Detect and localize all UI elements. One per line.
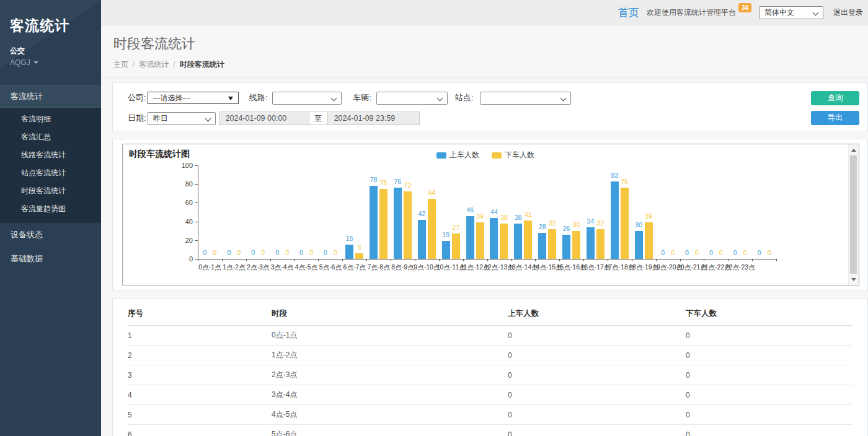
sidebar-item[interactable]: 时段客流统计 <box>0 182 101 200</box>
bar-上车人数 <box>466 216 474 259</box>
x-tick <box>198 259 198 261</box>
bar-value-label: 39 <box>645 212 652 220</box>
date-from-input[interactable]: 2024-01-09 00:00 <box>219 111 309 125</box>
table-header-row: 序号时段上车人数下车人数 <box>128 303 852 326</box>
table-header-cell: 上车人数 <box>508 303 686 326</box>
date-preset-select[interactable]: 昨日 <box>148 112 216 125</box>
bar-value-label: 44 <box>490 208 498 216</box>
table-row: 65点-6点00 <box>128 425 852 436</box>
bar-value-label: 0 <box>768 249 771 256</box>
bar-value-label: 0 <box>671 249 675 256</box>
bar-value-label: 0 <box>261 249 265 256</box>
bar-上车人数 <box>394 188 402 259</box>
date-range-separator: 至 <box>309 111 327 125</box>
line-select[interactable] <box>272 92 342 105</box>
bar-value-label: 0 <box>743 249 747 256</box>
x-tick <box>246 259 247 261</box>
bar-value-label: 64 <box>428 189 435 196</box>
scroll-up-icon[interactable] <box>849 145 859 155</box>
table-cell: 4 <box>128 385 272 405</box>
sidebar-item[interactable]: 客流汇总 <box>0 128 101 146</box>
sidebar-item[interactable]: 站点客流统计 <box>0 164 101 182</box>
bar-value-label: 30 <box>635 221 642 229</box>
bar-上车人数 <box>562 235 570 259</box>
sidebar-section-1[interactable]: 设备状态 <box>0 223 101 247</box>
page-header: 时段客流统计 主页/客流统计/时段客流统计 <box>101 25 868 77</box>
station-select[interactable] <box>480 92 571 105</box>
table-cell: 3 <box>128 365 272 385</box>
logout-link[interactable]: 退出登录 <box>833 7 863 18</box>
bar-value-label: 0 <box>309 249 313 256</box>
bar-value-label: 0 <box>251 249 255 256</box>
sidebar-item[interactable]: 客流量趋势图 <box>0 200 101 218</box>
export-button[interactable]: 导出 <box>811 111 859 125</box>
company-select[interactable]: ---请选择--- <box>148 92 239 104</box>
x-tick <box>535 259 536 261</box>
y-axis-line <box>198 165 198 259</box>
sidebar-item[interactable]: 客流明细 <box>0 110 101 128</box>
table-row: 10点-1点00 <box>128 326 852 346</box>
content: 公司: ---请选择--- 线路: 车辆: 站点: 日期: <box>101 77 868 436</box>
table-cell: 0 <box>508 405 686 425</box>
chart-legend: 上车人数下车人数 <box>123 150 848 160</box>
bar-value-label: 42 <box>418 210 425 217</box>
table-row: 43点-4点00 <box>128 385 852 405</box>
bar-上车人数 <box>538 233 546 259</box>
data-table: 序号时段上车人数下车人数 10点-1点0021点-2点0032点-3点0043点… <box>128 303 852 436</box>
chart-box: 时段车流统计图 上车人数下车人数 0204060801000点-1点1点-2点2… <box>122 144 859 286</box>
chart-plot: 0204060801000点-1点1点-2点2点-3点3点-4点4点-5点5点-… <box>198 165 776 259</box>
org-name: 公交 <box>10 46 91 56</box>
x-tick-label: 5点-6点 <box>319 263 342 272</box>
chart-panel: 时段车流统计图 上车人数下车人数 0204060801000点-1点1点-2点2… <box>112 139 868 290</box>
topbar: 首页 欢迎使用客流统计管理平台 34 简体中文 退出登录 <box>101 0 868 25</box>
bar-value-label: 0 <box>719 249 723 256</box>
legend-item[interactable]: 下车人数 <box>492 150 534 160</box>
breadcrumb-item[interactable]: 客流统计 <box>139 60 169 69</box>
sidebar-menu: 客流统计客流明细客流汇总线路客流统计站点客流统计时段客流统计客流量趋势图设备状态… <box>0 85 101 271</box>
table-cell: 0 <box>508 326 686 346</box>
language-select[interactable]: 简体中文 <box>759 6 823 19</box>
y-tick <box>195 203 198 203</box>
scrollbar-thumb[interactable] <box>850 155 857 274</box>
chart-scrollbar[interactable] <box>848 144 859 285</box>
vehicle-select[interactable] <box>376 92 448 105</box>
home-link[interactable]: 首页 <box>618 6 639 20</box>
bar-下车人数 <box>596 229 604 259</box>
bar-value-label: 0 <box>733 249 737 256</box>
notification-badge[interactable]: 34 <box>738 3 751 12</box>
query-button[interactable]: 查询 <box>811 91 859 105</box>
bar-value-label: 41 <box>525 211 532 218</box>
sidebar-item[interactable]: 线路客流统计 <box>0 146 101 164</box>
sidebar-section-0[interactable]: 客流统计 <box>0 85 101 108</box>
user-menu[interactable]: AQGJ <box>10 58 91 67</box>
table-cell: 5 <box>128 405 272 425</box>
date-to-input[interactable]: 2024-01-09 23:59 <box>327 111 420 125</box>
sidebar-submenu: 客流明细客流汇总线路客流统计站点客流统计时段客流统计客流量趋势图 <box>0 108 101 223</box>
bar-上车人数 <box>611 181 619 259</box>
sidebar-section-2[interactable]: 基础数据 <box>0 247 101 271</box>
bar-value-label: 15 <box>346 235 353 242</box>
bar-value-label: 0 <box>227 249 231 256</box>
x-tick <box>776 259 777 261</box>
line-label: 线路: <box>249 92 268 103</box>
x-tick-label: 2点-3点 <box>247 263 269 272</box>
table-cell: 0 <box>686 326 852 346</box>
table-row: 32点-3点00 <box>128 365 852 385</box>
user-name: AQGJ <box>10 58 30 67</box>
table-cell: 3点-4点 <box>272 385 508 405</box>
scroll-down-icon[interactable] <box>849 274 859 284</box>
bar-value-label: 72 <box>404 181 412 189</box>
x-tick <box>632 259 632 261</box>
bar-value-label: 0 <box>213 249 217 256</box>
x-tick <box>656 259 657 261</box>
breadcrumb-item[interactable]: 主页 <box>113 60 128 69</box>
x-tick <box>439 259 440 261</box>
bar-value-label: 38 <box>500 214 508 221</box>
y-tick <box>195 222 198 222</box>
bar-value-label: 34 <box>587 217 595 225</box>
bar-上车人数 <box>490 218 498 259</box>
table-cell: 6 <box>128 425 272 436</box>
legend-item[interactable]: 上车人数 <box>436 150 479 160</box>
bar-value-label: 78 <box>370 176 378 183</box>
filter-row-1: 公司: ---请选择--- 线路: 车辆: 站点: <box>128 91 867 105</box>
